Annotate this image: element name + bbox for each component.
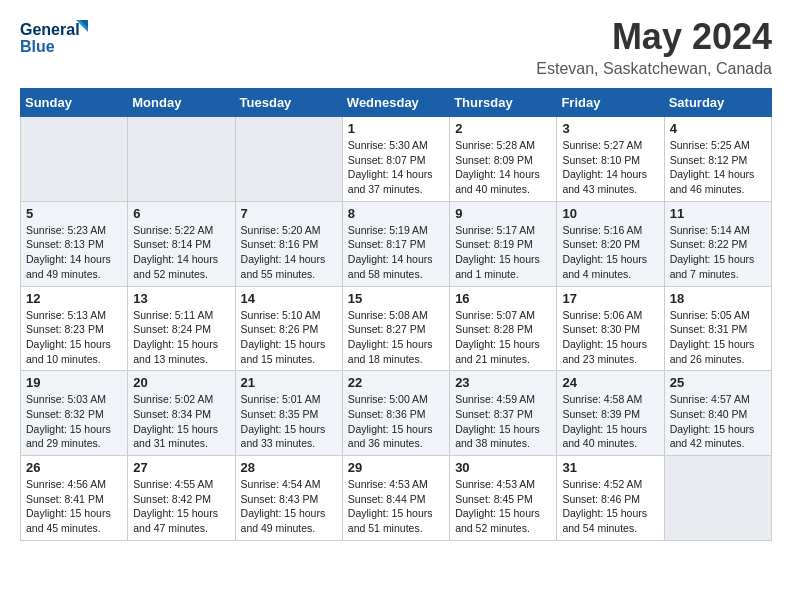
cell-info: Sunrise: 5:08 AMSunset: 8:27 PMDaylight:… (348, 308, 444, 367)
cell-info: Sunrise: 4:57 AMSunset: 8:40 PMDaylight:… (670, 392, 766, 451)
day-number: 2 (455, 121, 551, 136)
calendar-cell: 23Sunrise: 4:59 AMSunset: 8:37 PMDayligh… (450, 371, 557, 456)
cell-info: Sunrise: 5:07 AMSunset: 8:28 PMDaylight:… (455, 308, 551, 367)
day-number: 6 (133, 206, 229, 221)
day-number: 29 (348, 460, 444, 475)
cell-info: Sunrise: 5:05 AMSunset: 8:31 PMDaylight:… (670, 308, 766, 367)
cell-info: Sunrise: 4:58 AMSunset: 8:39 PMDaylight:… (562, 392, 658, 451)
svg-text:Blue: Blue (20, 38, 55, 55)
calendar-cell: 11Sunrise: 5:14 AMSunset: 8:22 PMDayligh… (664, 201, 771, 286)
day-number: 8 (348, 206, 444, 221)
page-header: GeneralBlue May 2024 Estevan, Saskatchew… (20, 16, 772, 78)
calendar-cell: 30Sunrise: 4:53 AMSunset: 8:45 PMDayligh… (450, 456, 557, 541)
calendar-cell: 9Sunrise: 5:17 AMSunset: 8:19 PMDaylight… (450, 201, 557, 286)
header-sunday: Sunday (21, 89, 128, 117)
calendar-cell: 20Sunrise: 5:02 AMSunset: 8:34 PMDayligh… (128, 371, 235, 456)
day-number: 18 (670, 291, 766, 306)
day-number: 27 (133, 460, 229, 475)
day-number: 20 (133, 375, 229, 390)
day-number: 28 (241, 460, 337, 475)
week-row-2: 5Sunrise: 5:23 AMSunset: 8:13 PMDaylight… (21, 201, 772, 286)
cell-info: Sunrise: 5:20 AMSunset: 8:16 PMDaylight:… (241, 223, 337, 282)
cell-info: Sunrise: 4:56 AMSunset: 8:41 PMDaylight:… (26, 477, 122, 536)
calendar-cell (664, 456, 771, 541)
calendar-cell: 24Sunrise: 4:58 AMSunset: 8:39 PMDayligh… (557, 371, 664, 456)
day-number: 14 (241, 291, 337, 306)
title-block: May 2024 Estevan, Saskatchewan, Canada (536, 16, 772, 78)
calendar-cell (235, 117, 342, 202)
cell-info: Sunrise: 5:25 AMSunset: 8:12 PMDaylight:… (670, 138, 766, 197)
cell-info: Sunrise: 5:06 AMSunset: 8:30 PMDaylight:… (562, 308, 658, 367)
cell-info: Sunrise: 5:28 AMSunset: 8:09 PMDaylight:… (455, 138, 551, 197)
calendar-cell: 7Sunrise: 5:20 AMSunset: 8:16 PMDaylight… (235, 201, 342, 286)
calendar-cell: 22Sunrise: 5:00 AMSunset: 8:36 PMDayligh… (342, 371, 449, 456)
cell-info: Sunrise: 5:19 AMSunset: 8:17 PMDaylight:… (348, 223, 444, 282)
day-number: 23 (455, 375, 551, 390)
calendar-cell: 14Sunrise: 5:10 AMSunset: 8:26 PMDayligh… (235, 286, 342, 371)
calendar-cell: 6Sunrise: 5:22 AMSunset: 8:14 PMDaylight… (128, 201, 235, 286)
cell-info: Sunrise: 5:00 AMSunset: 8:36 PMDaylight:… (348, 392, 444, 451)
calendar-cell: 8Sunrise: 5:19 AMSunset: 8:17 PMDaylight… (342, 201, 449, 286)
cell-info: Sunrise: 5:30 AMSunset: 8:07 PMDaylight:… (348, 138, 444, 197)
header-thursday: Thursday (450, 89, 557, 117)
day-number: 31 (562, 460, 658, 475)
cell-info: Sunrise: 5:02 AMSunset: 8:34 PMDaylight:… (133, 392, 229, 451)
calendar-cell: 29Sunrise: 4:53 AMSunset: 8:44 PMDayligh… (342, 456, 449, 541)
day-number: 11 (670, 206, 766, 221)
calendar-cell: 19Sunrise: 5:03 AMSunset: 8:32 PMDayligh… (21, 371, 128, 456)
calendar-cell: 1Sunrise: 5:30 AMSunset: 8:07 PMDaylight… (342, 117, 449, 202)
day-number: 22 (348, 375, 444, 390)
day-number: 21 (241, 375, 337, 390)
calendar-cell: 5Sunrise: 5:23 AMSunset: 8:13 PMDaylight… (21, 201, 128, 286)
calendar-cell: 27Sunrise: 4:55 AMSunset: 8:42 PMDayligh… (128, 456, 235, 541)
header-wednesday: Wednesday (342, 89, 449, 117)
cell-info: Sunrise: 5:17 AMSunset: 8:19 PMDaylight:… (455, 223, 551, 282)
calendar-cell: 31Sunrise: 4:52 AMSunset: 8:46 PMDayligh… (557, 456, 664, 541)
cell-info: Sunrise: 4:59 AMSunset: 8:37 PMDaylight:… (455, 392, 551, 451)
calendar-cell: 18Sunrise: 5:05 AMSunset: 8:31 PMDayligh… (664, 286, 771, 371)
calendar-cell: 15Sunrise: 5:08 AMSunset: 8:27 PMDayligh… (342, 286, 449, 371)
calendar-cell: 13Sunrise: 5:11 AMSunset: 8:24 PMDayligh… (128, 286, 235, 371)
day-number: 15 (348, 291, 444, 306)
day-number: 10 (562, 206, 658, 221)
calendar-cell: 17Sunrise: 5:06 AMSunset: 8:30 PMDayligh… (557, 286, 664, 371)
cell-info: Sunrise: 5:10 AMSunset: 8:26 PMDaylight:… (241, 308, 337, 367)
cell-info: Sunrise: 5:23 AMSunset: 8:13 PMDaylight:… (26, 223, 122, 282)
cell-info: Sunrise: 4:55 AMSunset: 8:42 PMDaylight:… (133, 477, 229, 536)
day-number: 26 (26, 460, 122, 475)
calendar-cell: 12Sunrise: 5:13 AMSunset: 8:23 PMDayligh… (21, 286, 128, 371)
calendar-cell (21, 117, 128, 202)
calendar-cell (128, 117, 235, 202)
logo: GeneralBlue (20, 16, 90, 60)
day-number: 16 (455, 291, 551, 306)
header-row: SundayMondayTuesdayWednesdayThursdayFrid… (21, 89, 772, 117)
calendar-cell: 25Sunrise: 4:57 AMSunset: 8:40 PMDayligh… (664, 371, 771, 456)
calendar-cell: 2Sunrise: 5:28 AMSunset: 8:09 PMDaylight… (450, 117, 557, 202)
cell-info: Sunrise: 5:27 AMSunset: 8:10 PMDaylight:… (562, 138, 658, 197)
calendar-cell: 3Sunrise: 5:27 AMSunset: 8:10 PMDaylight… (557, 117, 664, 202)
day-number: 13 (133, 291, 229, 306)
day-number: 30 (455, 460, 551, 475)
cell-info: Sunrise: 5:11 AMSunset: 8:24 PMDaylight:… (133, 308, 229, 367)
cell-info: Sunrise: 5:14 AMSunset: 8:22 PMDaylight:… (670, 223, 766, 282)
header-saturday: Saturday (664, 89, 771, 117)
day-number: 24 (562, 375, 658, 390)
cell-info: Sunrise: 4:53 AMSunset: 8:45 PMDaylight:… (455, 477, 551, 536)
cell-info: Sunrise: 5:16 AMSunset: 8:20 PMDaylight:… (562, 223, 658, 282)
day-number: 7 (241, 206, 337, 221)
calendar-cell: 21Sunrise: 5:01 AMSunset: 8:35 PMDayligh… (235, 371, 342, 456)
day-number: 19 (26, 375, 122, 390)
calendar-table: SundayMondayTuesdayWednesdayThursdayFrid… (20, 88, 772, 541)
cell-info: Sunrise: 5:22 AMSunset: 8:14 PMDaylight:… (133, 223, 229, 282)
week-row-3: 12Sunrise: 5:13 AMSunset: 8:23 PMDayligh… (21, 286, 772, 371)
calendar-cell: 16Sunrise: 5:07 AMSunset: 8:28 PMDayligh… (450, 286, 557, 371)
cell-info: Sunrise: 5:03 AMSunset: 8:32 PMDaylight:… (26, 392, 122, 451)
calendar-cell: 26Sunrise: 4:56 AMSunset: 8:41 PMDayligh… (21, 456, 128, 541)
day-number: 25 (670, 375, 766, 390)
week-row-4: 19Sunrise: 5:03 AMSunset: 8:32 PMDayligh… (21, 371, 772, 456)
logo-svg: GeneralBlue (20, 16, 90, 60)
calendar-cell: 4Sunrise: 5:25 AMSunset: 8:12 PMDaylight… (664, 117, 771, 202)
cell-info: Sunrise: 4:54 AMSunset: 8:43 PMDaylight:… (241, 477, 337, 536)
day-number: 3 (562, 121, 658, 136)
day-number: 12 (26, 291, 122, 306)
